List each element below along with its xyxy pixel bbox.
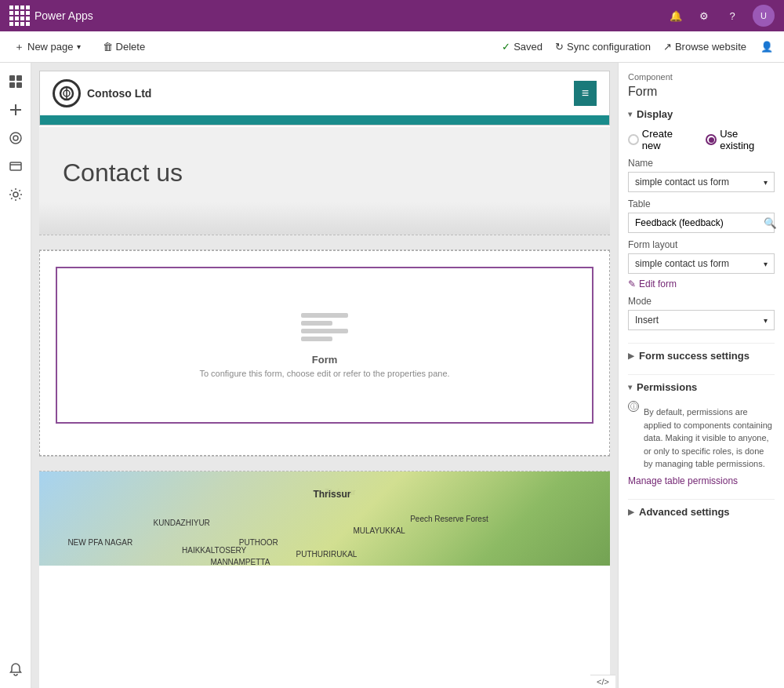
company-logo: Contoso Ltd xyxy=(53,79,151,107)
sidebar-icons xyxy=(0,63,31,688)
form-component-desc: To configure this form, choose edit or r… xyxy=(199,369,449,378)
chevron-down-icon: ▾ xyxy=(764,316,768,325)
sync-icon: ↻ xyxy=(555,41,564,53)
teal-accent-bar xyxy=(40,118,609,125)
svg-rect-8 xyxy=(10,162,21,170)
map-label-7: HAIKKALTOSERY xyxy=(182,546,246,555)
toolbar: ＋ New page ▾ 🗑 Delete ✓ Saved ↻ Sync con… xyxy=(0,31,784,63)
form-section[interactable]: Form To configure this form, choose edit… xyxy=(39,250,610,456)
topbar: Power Apps 🔔 ⚙ ? U xyxy=(0,0,784,31)
chevron-down-icon: ▾ xyxy=(628,110,632,118)
form-layout-label: Form layout xyxy=(628,239,775,250)
hamburger-button[interactable]: ≡ xyxy=(574,81,597,106)
browse-button[interactable]: ↗ Browse website xyxy=(663,41,746,53)
advanced-header[interactable]: ▶ Advanced settings xyxy=(628,506,775,518)
toolbar-actions: ✓ Saved ↻ Sync configuration ↗ Browse we… xyxy=(502,39,775,55)
section-separator xyxy=(39,235,610,250)
main-layout: Contoso Ltd ≡ Contact us xyxy=(0,63,784,688)
pencil-icon: ✎ xyxy=(628,278,636,289)
use-existing-radio-circle xyxy=(706,134,717,145)
map-label-6: PUTHURIRUKAL xyxy=(296,550,358,559)
create-new-radio-circle xyxy=(628,134,639,145)
app-name: Power Apps xyxy=(34,9,93,22)
permissions-description: By default, permissions are applied to c… xyxy=(644,406,775,471)
delete-button[interactable]: 🗑 Delete xyxy=(98,38,151,56)
chevron-right-icon: ▶ xyxy=(628,351,634,360)
saved-indicator: ✓ Saved xyxy=(502,41,543,53)
radio-selected-dot xyxy=(709,137,714,143)
page-header-section: Contoso Ltd ≡ xyxy=(39,71,610,126)
permissions-section: ▾ Permissions ⓘ By default, permissions … xyxy=(628,381,775,486)
section-separator-2 xyxy=(39,456,610,471)
chevron-down-icon: ▾ xyxy=(764,260,768,268)
new-page-button[interactable]: ＋ New page ▾ xyxy=(9,37,85,57)
chevron-down-icon: ▾ xyxy=(628,383,632,391)
info-icon: ⓘ xyxy=(628,401,639,412)
chevron-down-icon: ▾ xyxy=(764,178,768,187)
table-search-input[interactable] xyxy=(629,213,759,232)
edit-form-link[interactable]: ✎ Edit form xyxy=(628,278,775,289)
user-icon[interactable]: 👤 xyxy=(759,39,775,55)
svg-rect-3 xyxy=(16,82,22,88)
table-search-button[interactable]: 🔍 xyxy=(759,213,782,232)
mode-select[interactable]: Insert ▾ xyxy=(628,310,775,330)
settings-icon[interactable]: ⚙ xyxy=(696,8,712,24)
check-icon: ✓ xyxy=(502,41,510,53)
svg-rect-0 xyxy=(9,75,15,81)
create-use-radio-group: Create new Use existing xyxy=(628,128,775,151)
manage-permissions-link[interactable]: Manage table permissions xyxy=(628,475,775,486)
plus-icon: ＋ xyxy=(14,40,24,54)
data-nav-icon[interactable] xyxy=(3,126,28,151)
map-label-4: Peech Reserve Forest xyxy=(410,515,488,523)
mode-label: Mode xyxy=(628,296,775,307)
name-label: Name xyxy=(628,158,775,169)
pages-nav-icon[interactable] xyxy=(3,69,28,94)
chevron-down-icon: ▾ xyxy=(77,42,81,51)
chevron-right-icon: ▶ xyxy=(628,508,634,516)
code-editor-button[interactable]: </> xyxy=(590,675,615,688)
company-name: Contoso Ltd xyxy=(87,87,151,100)
form-line-4 xyxy=(301,337,332,341)
map-label-3: MULAYUKKAL xyxy=(353,526,405,535)
logo-icon xyxy=(53,79,81,107)
form-placeholder[interactable]: Form To configure this form, choose edit… xyxy=(56,267,593,424)
use-existing-radio[interactable]: Use existing xyxy=(706,128,775,151)
notification-nav-icon[interactable] xyxy=(3,657,28,682)
canvas-area[interactable]: Contoso Ltd ≡ Contact us xyxy=(31,63,618,688)
svg-point-10 xyxy=(13,192,18,197)
app-logo: Power Apps xyxy=(9,5,93,26)
create-new-radio[interactable]: Create new xyxy=(628,128,693,151)
form-success-header[interactable]: ▶ Form success settings xyxy=(628,350,775,362)
form-layout-select[interactable]: simple contact us form ▾ xyxy=(628,253,775,274)
svg-rect-1 xyxy=(16,75,22,81)
help-icon[interactable]: ? xyxy=(724,8,740,24)
panel-title: Form xyxy=(628,85,775,99)
map-label-1: KUNDAZHIYUR xyxy=(154,519,210,527)
page-title: Contact us xyxy=(63,158,586,187)
permissions-header[interactable]: ▾ Permissions xyxy=(628,381,775,393)
display-section-header[interactable]: ▾ Display xyxy=(628,108,775,120)
advanced-section: ▶ Advanced settings xyxy=(628,506,775,518)
form-line-1 xyxy=(301,313,348,318)
avatar[interactable]: U xyxy=(753,5,775,27)
map-label-8: MANNAMPETTA xyxy=(210,558,270,566)
settings-nav-icon[interactable] xyxy=(3,182,28,207)
add-nav-icon[interactable] xyxy=(3,97,28,122)
map-section: Thrissur Thrissur KUNDAZHIYUR NEW PFA NA… xyxy=(39,471,610,566)
svg-rect-2 xyxy=(9,82,15,88)
notification-icon[interactable]: 🔔 xyxy=(668,8,684,24)
form-success-section: ▶ Form success settings xyxy=(628,350,775,362)
table-label: Table xyxy=(628,198,775,209)
sync-button[interactable]: ↻ Sync configuration xyxy=(555,41,651,53)
hero-section: Contact us xyxy=(39,127,610,235)
media-nav-icon[interactable] xyxy=(3,154,28,179)
table-search-row: 🔍 xyxy=(628,213,775,233)
display-section: ▾ Display Create new Use existing Name xyxy=(628,108,775,330)
panel-component-label: Component xyxy=(628,72,775,82)
name-select[interactable]: simple contact us form ▾ xyxy=(628,172,775,192)
form-icon xyxy=(301,313,348,344)
topbar-right: 🔔 ⚙ ? U xyxy=(668,5,775,27)
form-line-2 xyxy=(301,321,332,326)
external-link-icon: ↗ xyxy=(663,41,672,53)
right-panel: Component Form ▾ Display Create new Use … xyxy=(618,63,784,688)
